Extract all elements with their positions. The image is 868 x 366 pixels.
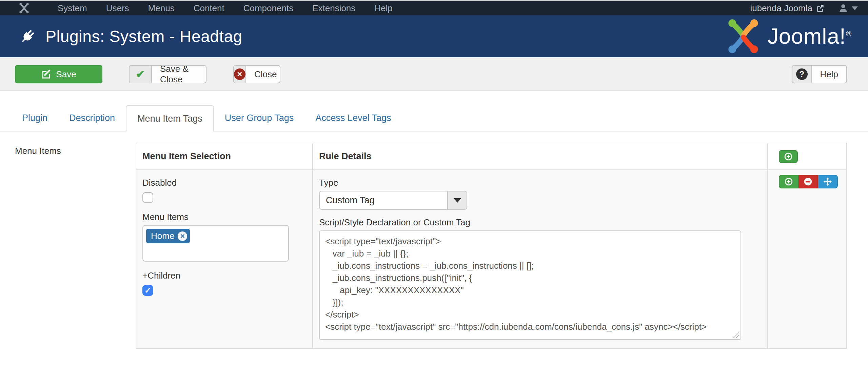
menu-item-system[interactable]: System xyxy=(48,1,97,15)
col-header-menu-item-selection: Menu Item Selection xyxy=(136,143,312,169)
admin-menubar: System Users Menus Content Components Ex… xyxy=(0,1,868,15)
admin-menu: System Users Menus Content Components Ex… xyxy=(48,1,402,15)
edit-tabs: Plugin Description Menu Item Tags User G… xyxy=(0,105,868,131)
circle-minus-icon xyxy=(803,177,813,186)
caret-down-icon xyxy=(454,198,461,203)
menu-item-help[interactable]: Help xyxy=(365,1,402,15)
children-checkbox[interactable]: ✓ xyxy=(142,285,153,296)
tag-label: Home xyxy=(151,231,174,241)
close-label: Close xyxy=(246,66,280,83)
toolbar: Save ✔ Save & Close ✕ Close ? Help xyxy=(0,57,868,91)
script-label: Script/Style Declaration or Custom Tag xyxy=(319,217,761,228)
rule-details-cell: Type Custom Tag Script/Style Declaration… xyxy=(312,169,767,348)
tab-plugin[interactable]: Plugin xyxy=(11,105,58,131)
page-header: Plugins: System - Headtag Joomla!® xyxy=(0,15,868,57)
menu-item-menus[interactable]: Menus xyxy=(139,1,184,15)
save-label: Save xyxy=(56,69,76,80)
tab-description[interactable]: Description xyxy=(58,105,126,131)
external-link-icon xyxy=(816,4,825,13)
script-textarea[interactable]: <script type="text/javascript"> var _iub… xyxy=(319,230,741,340)
tab-menu-item-tags[interactable]: Menu Item Tags xyxy=(126,105,214,131)
joomla-logo-icon xyxy=(725,19,762,54)
menu-items-field-label: Menu Items xyxy=(15,146,61,156)
disabled-label: Disabled xyxy=(142,178,305,188)
selected-menu-item-tag[interactable]: Home ✕ xyxy=(146,229,190,243)
page-title: Plugins: System - Headtag xyxy=(45,27,242,46)
remove-tag-icon[interactable]: ✕ xyxy=(178,231,187,241)
save-close-label: Save & Close xyxy=(152,66,206,83)
circle-plus-icon xyxy=(784,177,793,186)
row-action-buttons xyxy=(779,175,846,188)
user-icon xyxy=(838,3,848,13)
move-icon xyxy=(823,177,832,186)
joomla-logo: Joomla!® xyxy=(725,19,852,54)
joomla-glyph-icon xyxy=(18,2,31,14)
circle-plus-icon xyxy=(784,152,793,161)
type-select[interactable]: Custom Tag xyxy=(319,191,467,210)
checkmark-icon: ✓ xyxy=(144,286,151,295)
menu-item-selection-cell: Disabled Menu Items Home ✕ +Children ✓ xyxy=(136,169,312,348)
children-label: +Children xyxy=(142,270,305,281)
menu-item-content[interactable]: Content xyxy=(184,1,234,15)
tab-access-level-tags[interactable]: Access Level Tags xyxy=(304,105,402,131)
select-caret-button[interactable] xyxy=(447,191,467,209)
help-label: Help xyxy=(812,66,846,83)
menu-items-label: Menu Items xyxy=(142,212,305,222)
menu-items-multiselect[interactable]: Home ✕ xyxy=(142,225,289,262)
tab-user-group-tags[interactable]: User Group Tags xyxy=(214,105,305,131)
cancel-icon: ✕ xyxy=(234,68,245,80)
chevron-down-icon xyxy=(852,6,858,10)
col-header-actions xyxy=(767,143,846,169)
col-header-rule-details: Rule Details xyxy=(312,143,767,169)
menu-item-extensions[interactable]: Extensions xyxy=(303,1,365,15)
type-label: Type xyxy=(319,178,761,188)
add-rule-button[interactable] xyxy=(779,150,798,163)
disabled-checkbox[interactable] xyxy=(142,192,153,203)
menu-item-tags-table: Menu Item Selection Rule Details Disable… xyxy=(136,143,847,349)
edit-icon xyxy=(41,69,51,79)
type-selected-value: Custom Tag xyxy=(320,191,447,209)
remove-row-button[interactable] xyxy=(798,175,818,188)
move-row-button[interactable] xyxy=(818,175,838,188)
save-button[interactable]: Save xyxy=(15,65,102,83)
row-actions-cell xyxy=(767,169,846,348)
joomla-logo-text: Joomla!® xyxy=(768,24,852,49)
check-icon: ✔ xyxy=(136,68,145,81)
site-name-label: iubenda Joomla xyxy=(750,3,812,14)
menu-item-components[interactable]: Components xyxy=(234,1,303,15)
save-close-button[interactable]: ✔ Save & Close xyxy=(129,65,206,83)
add-row-button[interactable] xyxy=(779,175,798,188)
plugin-icon xyxy=(19,27,37,45)
menu-item-users[interactable]: Users xyxy=(97,1,139,15)
site-preview-link[interactable]: iubenda Joomla xyxy=(750,3,825,14)
user-menu[interactable] xyxy=(838,3,858,13)
help-icon: ? xyxy=(796,68,808,80)
help-button[interactable]: ? Help xyxy=(792,65,847,83)
close-button[interactable]: ✕ Close xyxy=(233,65,280,83)
